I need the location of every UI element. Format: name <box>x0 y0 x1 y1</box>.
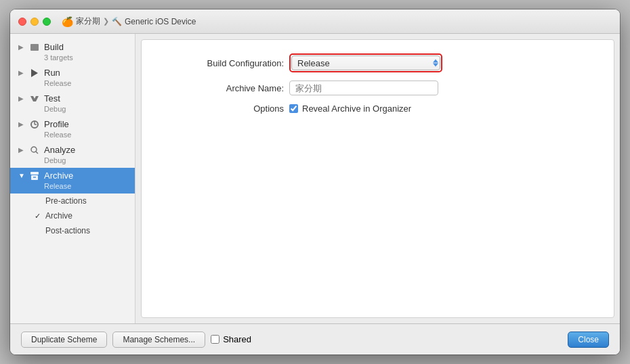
expand-arrow-run: ▶ <box>18 69 25 76</box>
breadcrumb: 🍊 家分期 ❯ 🔨 Generic iOS Device <box>62 16 196 27</box>
reveal-archive-checkbox[interactable] <box>289 104 298 113</box>
analyze-icon <box>29 145 40 156</box>
build-configuration-control: Release Debug <box>289 53 442 72</box>
sidebar-subitem-post-actions[interactable]: Post-actions <box>10 223 135 238</box>
options-label: Options <box>162 104 284 114</box>
expand-arrow-archive: ▼ <box>18 172 25 179</box>
svg-point-5 <box>31 147 37 152</box>
sidebar-item-build[interactable]: ▶ Build 3 targets <box>10 39 135 65</box>
sidebar: ▶ Build 3 targets ▶ <box>10 34 135 323</box>
build-icon <box>29 42 40 53</box>
titlebar: 🍊 家分期 ❯ 🔨 Generic iOS Device <box>10 9 620 34</box>
run-icon <box>29 68 40 78</box>
breadcrumb-project-name: 家分期 <box>76 16 100 27</box>
archive-name-input[interactable] <box>289 81 438 95</box>
check-archive: ✓ <box>35 212 43 221</box>
archive-icon <box>29 170 40 181</box>
content-pane: Build Configuration: Release Debug <box>141 39 614 318</box>
archive-name-label: Archive Name: <box>162 83 284 93</box>
svg-rect-7 <box>30 172 39 175</box>
minimize-traffic-light[interactable] <box>30 18 39 26</box>
sidebar-item-archive[interactable]: ▼ Archive Release <box>10 168 135 194</box>
breadcrumb-device-icon: 🔨 <box>112 17 122 26</box>
close-traffic-light[interactable] <box>18 18 26 26</box>
svg-line-6 <box>36 152 38 154</box>
breadcrumb-separator: ❯ <box>103 17 109 26</box>
shared-label: Shared <box>223 334 251 344</box>
sidebar-item-test[interactable]: ▶ Test Debug <box>10 91 135 116</box>
traffic-lights <box>18 18 51 26</box>
manage-schemes-button[interactable]: Manage Schemes... <box>112 332 205 348</box>
options-row: Options Reveal Archive in Organizer <box>162 104 593 114</box>
expand-arrow-test: ▶ <box>18 95 25 102</box>
build-text: Build 3 targets <box>44 42 73 62</box>
profile-text: Profile Release <box>44 119 71 139</box>
svg-marker-1 <box>31 69 38 77</box>
profile-icon <box>29 119 40 130</box>
shared-checkbox[interactable] <box>211 335 219 344</box>
expand-arrow-profile: ▶ <box>18 120 25 128</box>
main-window: 🍊 家分期 ❯ 🔨 Generic iOS Device ▶ Build 3 t… <box>10 9 620 355</box>
build-configuration-label: Build Configuration: <box>162 58 284 68</box>
run-text: Run Release <box>44 68 71 88</box>
breadcrumb-project-icon: 🍊 <box>62 16 73 27</box>
archive-name-control <box>289 81 438 95</box>
svg-rect-0 <box>30 44 39 51</box>
expand-arrow-build: ▶ <box>18 43 25 51</box>
archive-text: Archive Release <box>44 170 73 191</box>
sidebar-item-profile[interactable]: ▶ Profile Release <box>10 116 135 142</box>
sidebar-item-analyze[interactable]: ▶ Analyze Debug <box>10 142 135 168</box>
archive-name-row: Archive Name: <box>162 81 593 95</box>
bottom-bar: Duplicate Scheme Manage Schemes... Share… <box>10 323 620 355</box>
main-content: ▶ Build 3 targets ▶ <box>10 34 620 323</box>
build-configuration-select-wrapper: Release Debug <box>289 53 442 72</box>
analyze-text: Analyze Debug <box>44 145 75 165</box>
test-text: Test Debug <box>44 93 66 114</box>
shared-checkbox-wrapper: Shared <box>211 334 251 344</box>
duplicate-scheme-button[interactable]: Duplicate Scheme <box>21 332 107 348</box>
sidebar-subitem-archive[interactable]: ✓ Archive <box>10 208 135 223</box>
build-configuration-row: Build Configuration: Release Debug <box>162 53 593 72</box>
test-icon <box>29 93 40 104</box>
reveal-archive-label: Reveal Archive in Organizer <box>302 104 411 114</box>
maximize-traffic-light[interactable] <box>43 18 51 26</box>
expand-arrow-analyze: ▶ <box>18 146 25 154</box>
sidebar-item-run[interactable]: ▶ Run Release <box>10 65 135 91</box>
build-configuration-select[interactable]: Release Debug <box>291 55 440 70</box>
close-button[interactable]: Close <box>568 332 609 348</box>
sidebar-subitem-pre-actions[interactable]: Pre-actions <box>10 194 135 208</box>
breadcrumb-device-name: Generic iOS Device <box>125 17 196 26</box>
options-control: Reveal Archive in Organizer <box>289 104 411 114</box>
